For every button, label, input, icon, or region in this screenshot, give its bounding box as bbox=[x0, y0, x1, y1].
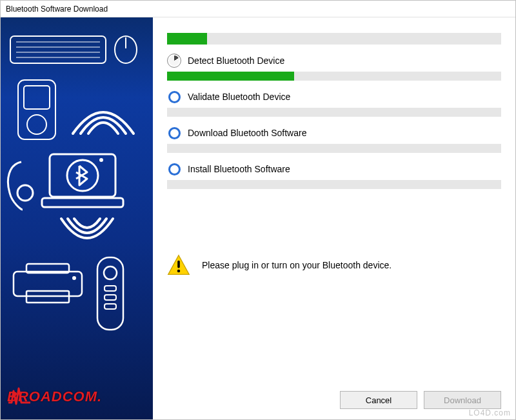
svg-point-14 bbox=[99, 158, 103, 162]
footer: Cancel Download bbox=[153, 388, 515, 419]
svg-rect-0 bbox=[10, 36, 106, 63]
overall-progress bbox=[167, 33, 501, 45]
svg-point-26 bbox=[177, 270, 181, 273]
svg-rect-22 bbox=[104, 295, 116, 300]
brand-logo: BROADCOM. bbox=[7, 388, 102, 405]
svg-rect-8 bbox=[24, 86, 50, 109]
overall-progress-fill bbox=[167, 33, 207, 45]
step-install: Install Bluetooth Software bbox=[167, 162, 501, 176]
step-detect: Detect Bluetooth Device bbox=[167, 54, 501, 68]
headset-icon bbox=[3, 158, 39, 214]
step-detect-progress-fill bbox=[167, 72, 294, 81]
wifi-icon bbox=[68, 96, 139, 143]
step-download-progress bbox=[167, 144, 501, 153]
laptop-bluetooth-icon bbox=[41, 150, 124, 212]
pending-icon bbox=[167, 126, 181, 140]
svg-rect-15 bbox=[14, 272, 82, 296]
download-button[interactable]: Download bbox=[424, 391, 501, 409]
svg-point-10 bbox=[17, 185, 33, 201]
main-panel: Detect Bluetooth Device Validate Bluetoo… bbox=[153, 17, 515, 419]
mouse-icon bbox=[112, 35, 140, 64]
svg-rect-23 bbox=[104, 304, 116, 309]
step-label: Install Bluetooth Software bbox=[188, 164, 290, 174]
wifi-down-icon bbox=[56, 215, 118, 254]
svg-point-9 bbox=[27, 115, 46, 134]
brand-pulse-icon bbox=[7, 386, 30, 405]
step-label: Detect Bluetooth Device bbox=[188, 55, 284, 66]
warning-icon bbox=[167, 254, 190, 277]
step-label: Validate Bluetooth Device bbox=[188, 92, 290, 102]
svg-point-18 bbox=[72, 276, 76, 280]
window-body: BROADCOM. Detect Bluetooth Device Valida… bbox=[1, 17, 515, 419]
step-label: Download Bluetooth Software bbox=[188, 128, 306, 138]
message-row: Please plug in or turn on your Bluetooth… bbox=[167, 254, 501, 277]
svg-rect-25 bbox=[177, 261, 180, 268]
svg-point-20 bbox=[104, 266, 117, 279]
step-detect-progress bbox=[167, 72, 501, 81]
svg-rect-19 bbox=[97, 257, 123, 330]
status-message: Please plug in or turn on your Bluetooth… bbox=[202, 260, 392, 270]
svg-rect-21 bbox=[104, 286, 116, 291]
pending-icon bbox=[167, 162, 181, 176]
installer-window: Bluetooth Software Download bbox=[0, 0, 516, 420]
mp3player-icon bbox=[17, 79, 56, 140]
cancel-button[interactable]: Cancel bbox=[340, 391, 417, 409]
pending-icon bbox=[167, 90, 181, 104]
svg-rect-12 bbox=[42, 198, 123, 207]
step-download: Download Bluetooth Software bbox=[167, 126, 501, 140]
sidebar-graphic: BROADCOM. bbox=[1, 17, 153, 419]
printer-icon bbox=[12, 263, 83, 305]
remote-icon bbox=[96, 256, 124, 331]
window-title: Bluetooth Software Download bbox=[1, 1, 515, 17]
step-validate-progress bbox=[167, 108, 501, 117]
step-validate: Validate Bluetooth Device bbox=[167, 90, 501, 104]
busy-icon bbox=[167, 54, 181, 68]
keyboard-icon bbox=[10, 35, 106, 64]
step-install-progress bbox=[167, 180, 501, 189]
